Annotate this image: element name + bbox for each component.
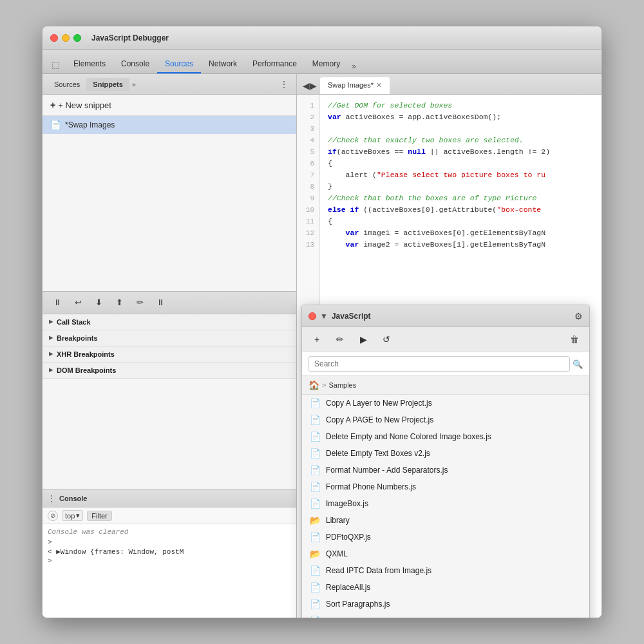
breakpoints-header[interactable]: ▶ Breakpoints xyxy=(43,330,296,346)
file-name-9: QXML xyxy=(326,549,348,558)
console-context-select[interactable]: top ▾ xyxy=(62,510,83,521)
file-item-4[interactable]: 📄 Format Number - Add Separators.js xyxy=(302,462,589,478)
search-input[interactable] xyxy=(308,356,570,372)
delete-action-button[interactable]: 🗑 xyxy=(566,331,583,348)
file-item-6[interactable]: 📄 ImageBox.js xyxy=(302,495,589,512)
async-button[interactable]: ⏸ xyxy=(153,296,167,310)
editor-tab-close[interactable]: ✕ xyxy=(376,81,382,90)
step-out-button[interactable]: ⬆ xyxy=(112,296,126,310)
file-icon-0: 📄 xyxy=(310,398,321,408)
snippet-list: 📄 *Swap Images xyxy=(43,116,296,291)
file-item-13[interactable]: 📄 SplitBox.js xyxy=(302,612,589,618)
file-item-2[interactable]: 📄 Delete Empty and None Colored Image bo… xyxy=(302,428,589,445)
file-name-6: ImageBox.js xyxy=(326,499,368,508)
fullscreen-button[interactable] xyxy=(73,34,81,42)
file-item-12[interactable]: 📄 Sort Paragraphs.js xyxy=(302,596,589,612)
xhr-arrow: ▶ xyxy=(49,351,53,357)
more-tabs-button[interactable]: » xyxy=(348,59,360,73)
tab-memory[interactable]: Memory xyxy=(305,55,348,73)
panel-tab-snippets[interactable]: Snippets xyxy=(86,78,129,91)
run-action-button[interactable]: ▶ xyxy=(355,331,372,348)
close-button[interactable] xyxy=(50,34,58,42)
dropdown-title: JavaScript xyxy=(332,312,371,321)
main-area: Sources Snippets » ⋮ + + New snippet 📄 xyxy=(43,74,601,618)
file-item-0[interactable]: 📄 Copy A Layer to New Project.js xyxy=(302,395,589,412)
folder-icon-7: 📂 xyxy=(310,515,321,526)
file-item-7[interactable]: 📂 Library xyxy=(302,512,589,529)
console-clear-button[interactable]: ⊘ xyxy=(48,511,58,521)
deactivate-button[interactable]: ✏ xyxy=(133,296,147,310)
breadcrumb-folder[interactable]: Samples xyxy=(328,381,356,389)
snippet-item[interactable]: 📄 *Swap Images xyxy=(43,116,296,134)
file-item-5[interactable]: 📄 Format Phone Numbers.js xyxy=(302,478,589,495)
dropdown-header: ▼ JavaScript ⚙ xyxy=(302,305,589,327)
console-prompt-2[interactable]: > xyxy=(48,557,291,565)
window-title: JavaScript Debugger xyxy=(91,33,169,43)
file-icon-3: 📄 xyxy=(310,448,321,459)
file-item-11[interactable]: 📄 ReplaceAll.js xyxy=(302,579,589,596)
console-prompt-1[interactable]: > xyxy=(48,538,291,546)
file-icon-1: 📄 xyxy=(310,415,321,425)
breadcrumb-separator: > xyxy=(322,381,326,389)
edit-action-button[interactable]: ✏ xyxy=(332,331,348,348)
xhr-breakpoints-header[interactable]: ▶ XHR Breakpoints xyxy=(43,346,296,362)
file-item-10[interactable]: 📄 Read IPTC Data from Image.js xyxy=(302,562,589,579)
file-icon-5: 📄 xyxy=(310,482,321,492)
add-action-button[interactable]: + xyxy=(308,331,325,348)
console-output: Console was cleared > < ▶Window {frames:… xyxy=(43,524,296,618)
file-item-1[interactable]: 📄 Copy A PAGE to New Project.js xyxy=(302,412,589,428)
file-icon-6: 📄 xyxy=(310,498,321,509)
tab-console[interactable]: Console xyxy=(113,55,157,73)
console-filter-button[interactable]: Filter xyxy=(87,511,111,521)
panel-kebab-menu[interactable]: ⋮ xyxy=(277,79,291,90)
console-cleared-message: Console was cleared xyxy=(48,527,291,537)
step-over-button[interactable]: ↩ xyxy=(71,296,85,310)
step-into-button[interactable]: ⬇ xyxy=(91,296,106,310)
dropdown-arrow-icon: ▾ xyxy=(76,511,80,520)
tab-elements[interactable]: Elements xyxy=(66,55,113,73)
file-icon-10: 📄 xyxy=(310,565,321,576)
editor-tab-swap-images[interactable]: Swap Images* ✕ xyxy=(320,77,390,94)
call-stack-arrow: ▶ xyxy=(49,319,53,325)
file-icon-8: 📄 xyxy=(310,532,321,542)
js-triangle-icon: ▼ xyxy=(320,312,328,321)
breadcrumb: 🏠 > Samples xyxy=(302,376,589,395)
file-name-5: Format Phone Numbers.js xyxy=(326,482,416,491)
file-name-13: SplitBox.js xyxy=(326,616,362,618)
file-list: 📄 Copy A Layer to New Project.js 📄 Copy … xyxy=(302,395,589,618)
file-item-3[interactable]: 📄 Delete Empty Text Boxes v2.js xyxy=(302,445,589,462)
refresh-action-button[interactable]: ↺ xyxy=(378,331,395,348)
dropdown-gear-icon[interactable]: ⚙ xyxy=(574,311,583,321)
file-item-8[interactable]: 📄 PDFtoQXP.js xyxy=(302,529,589,545)
devtools-cursor-icon: ⬚ xyxy=(48,55,63,73)
plus-icon: + xyxy=(50,100,55,110)
dom-breakpoints-header[interactable]: ▶ DOM Breakpoints xyxy=(43,363,296,378)
tab-performance[interactable]: Performance xyxy=(245,55,305,73)
tab-sources[interactable]: Sources xyxy=(157,55,201,73)
dropdown-close-dot[interactable] xyxy=(308,312,316,320)
js-dropdown-panel: ▼ JavaScript ⚙ + ✏ ▶ ↺ 🗑 🔍 🏠 > Samples xyxy=(301,305,590,618)
new-snippet-button[interactable]: + + New snippet xyxy=(50,100,111,110)
file-name-10: Read IPTC Data from Image.js xyxy=(326,566,431,575)
file-name-3: Delete Empty Text Boxes v2.js xyxy=(326,449,430,458)
console-kebab[interactable]: ⋮ xyxy=(48,494,55,503)
dom-breakpoints-section: ▶ DOM Breakpoints xyxy=(43,363,296,379)
file-item-9[interactable]: 📂 QXML xyxy=(302,545,589,562)
call-stack-label: Call Stack xyxy=(57,318,91,326)
snippet-name: *Swap Images xyxy=(65,120,115,129)
console-area: ⋮ Console ⊘ top ▾ Filter Console was cle… xyxy=(43,489,296,618)
pause-button[interactable]: ⏸ xyxy=(50,296,64,310)
breakpoints-arrow: ▶ xyxy=(49,335,53,341)
editor-tab-bar: ◀▶ Swap Images* ✕ xyxy=(297,74,601,95)
tab-network[interactable]: Network xyxy=(201,55,245,73)
minimize-button[interactable] xyxy=(62,34,70,42)
file-name-0: Copy A Layer to New Project.js xyxy=(326,399,432,408)
call-stack-header[interactable]: ▶ Call Stack xyxy=(43,314,296,330)
panel-tab-sources[interactable]: Sources xyxy=(48,78,86,91)
home-icon[interactable]: 🏠 xyxy=(308,380,319,390)
panel-tab-bar: Sources Snippets » ⋮ xyxy=(43,74,296,95)
editor-nav-button[interactable]: ◀▶ xyxy=(302,77,317,94)
file-icon-2: 📄 xyxy=(310,431,321,442)
panel-tab-more[interactable]: » xyxy=(129,79,138,90)
console-toolbar: ⋮ Console xyxy=(43,489,296,507)
